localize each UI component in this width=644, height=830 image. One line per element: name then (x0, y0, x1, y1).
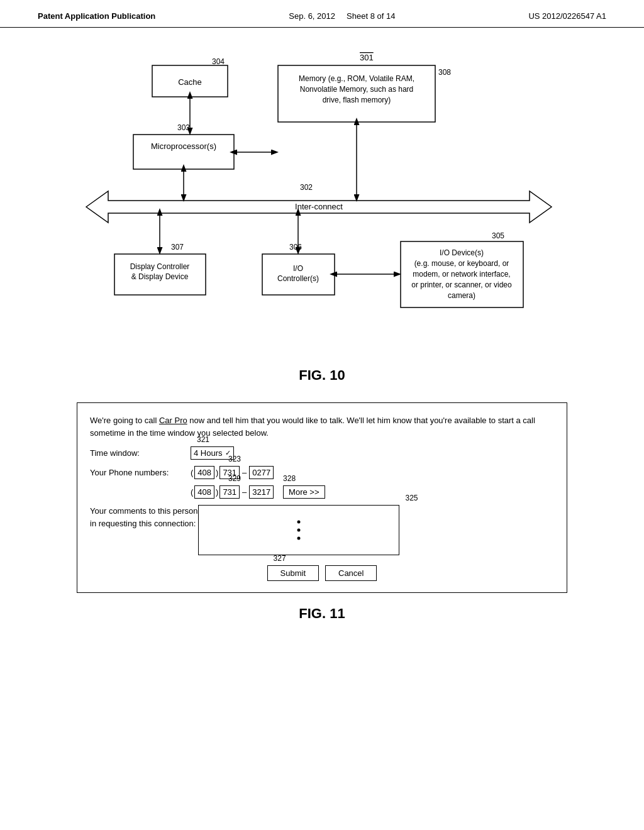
memory-label3: drive, flash memory) (323, 96, 391, 104)
ref-327: 327 (274, 554, 286, 563)
micro-label1: Microprocessor(s) (151, 141, 216, 151)
dot-2 (297, 529, 300, 532)
phone-area-1[interactable]: 408 (194, 466, 214, 479)
ref-305: 305 (492, 231, 504, 240)
io-dev-label3: modem, or network interface, (413, 270, 510, 279)
ref-329: 329 (228, 474, 241, 483)
svg-rect-2 (133, 135, 234, 169)
car-pro-link: Car Pro (159, 416, 187, 425)
io-dev-label2: (e.g. mouse, or keyboard, or (414, 259, 509, 268)
phone-paren-open-2: ( (191, 487, 193, 497)
display-label2: & Display Device (131, 272, 189, 281)
comments-label: Your comments to this personin requestin… (90, 505, 198, 529)
ref-302: 302 (300, 183, 313, 192)
comments-dots (297, 521, 300, 540)
time-window-label: Time window: (90, 448, 191, 458)
comments-textarea[interactable] (198, 505, 399, 555)
fig10-label: FIG. 10 (50, 367, 594, 384)
header-center: Sep. 6, 2012 Sheet 8 of 14 (289, 11, 395, 21)
cache-label: Cache (178, 77, 202, 87)
ref-301: 301 (360, 53, 374, 62)
dialog-intro-text: We're going to call Car Pro now and tell… (90, 414, 554, 439)
header-right: US 2012/0226547 A1 (528, 11, 606, 21)
phone-paren-close-1: ) (216, 468, 218, 477)
phone-paren-close-2: ) (216, 487, 218, 497)
header-sheet: Sheet 8 of 14 (347, 11, 395, 21)
time-window-dropdown[interactable]: 4 Hours ✓ (191, 446, 234, 460)
fig10-diagram: 301 Cache 304 Memory (e.g., ROM, Volatil… (50, 47, 594, 361)
ref-328: 328 (283, 474, 296, 483)
fig10-svg: 301 Cache 304 Memory (e.g., ROM, Volatil… (52, 47, 592, 348)
ref-323: 323 (228, 455, 241, 463)
header-left: Patent Application Publication (38, 11, 155, 21)
ref-307: 307 (171, 243, 184, 252)
fig11-dialog-box: We're going to call Car Pro now and tell… (77, 402, 567, 593)
dot-3 (297, 537, 300, 540)
more-button[interactable]: More >> (283, 485, 325, 499)
phone-row-2: 329 ( 408 ) 731 – 3217 328 More >> (191, 485, 554, 499)
button-row: 327 Submit Cancel (90, 565, 554, 581)
memory-label2: Nonvolatile Memory, such as hard (300, 85, 414, 94)
fig11-label: FIG. 11 (50, 606, 594, 622)
comments-row: Your comments to this personin requestin… (90, 505, 554, 555)
io-dev-label5: camera) (448, 291, 475, 300)
phone-number-2[interactable]: 3217 (249, 485, 274, 499)
io-ctrl-label1: I/O (293, 264, 303, 273)
phone-sep-1: – (242, 468, 247, 477)
ref-303: 303 (177, 123, 190, 132)
io-ctrl-label2: Controller(s) (277, 274, 319, 283)
page-header: Patent Application Publication Sep. 6, 2… (0, 0, 644, 28)
phone-sep-2: – (242, 487, 247, 497)
header-date: Sep. 6, 2012 (289, 11, 335, 21)
time-window-row: Time window: 321 4 Hours ✓ (90, 446, 554, 460)
cancel-button[interactable]: Cancel (325, 565, 377, 581)
main-content: 301 Cache 304 Memory (e.g., ROM, Volatil… (0, 28, 644, 660)
fig11-container: We're going to call Car Pro now and tell… (50, 402, 594, 622)
ref-304: 304 (212, 57, 225, 66)
phone-paren-open-1: ( (191, 468, 193, 477)
phone-prefix-2[interactable]: 731 (219, 485, 240, 499)
interconnect-label: Inter-connect (295, 202, 343, 211)
io-dev-label1: I/O Device(s) (440, 248, 484, 257)
ref-321: 321 (197, 435, 209, 444)
ref-306: 306 (289, 243, 302, 252)
display-label1: Display Controller (130, 262, 190, 271)
submit-button[interactable]: Submit (267, 565, 319, 581)
ref-325: 325 (405, 494, 418, 502)
phone-row-1: Your Phone numbers: 323 ( 408 ) 731 – 02… (90, 466, 554, 479)
ref-308: 308 (438, 68, 451, 77)
phone-label: Your Phone numbers: (90, 468, 191, 477)
io-dev-label4: or printer, or scanner, or video (411, 280, 512, 289)
phone-number-1[interactable]: 0277 (249, 466, 274, 479)
time-window-value: 4 Hours (194, 448, 223, 458)
memory-label1: Memory (e.g., ROM, Volatile RAM, (299, 74, 414, 83)
phone-area-2[interactable]: 408 (194, 485, 214, 499)
dot-1 (297, 521, 300, 524)
